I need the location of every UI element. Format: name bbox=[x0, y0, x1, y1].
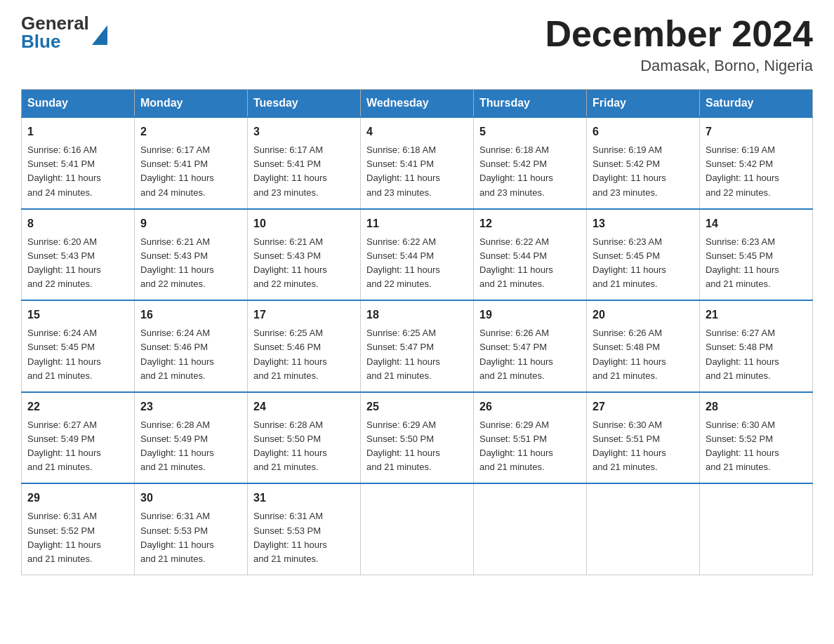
day-cell bbox=[474, 483, 587, 575]
day-number: 10 bbox=[253, 215, 355, 232]
day-cell: 15Sunrise: 6:24 AMSunset: 5:45 PMDayligh… bbox=[22, 300, 135, 392]
day-cell: 20Sunrise: 6:26 AMSunset: 5:48 PMDayligh… bbox=[587, 300, 700, 392]
day-cell: 6Sunrise: 6:19 AMSunset: 5:42 PMDaylight… bbox=[587, 117, 700, 209]
day-number: 7 bbox=[706, 123, 807, 140]
day-info: Sunrise: 6:23 AMSunset: 5:45 PMDaylight:… bbox=[593, 235, 694, 292]
day-info: Sunrise: 6:21 AMSunset: 5:43 PMDaylight:… bbox=[140, 235, 241, 292]
day-number: 25 bbox=[366, 398, 468, 415]
day-number: 4 bbox=[366, 123, 468, 140]
day-cell bbox=[361, 483, 474, 575]
day-info: Sunrise: 6:17 AMSunset: 5:41 PMDaylight:… bbox=[253, 143, 355, 200]
day-number: 8 bbox=[27, 215, 128, 232]
day-info: Sunrise: 6:22 AMSunset: 5:44 PMDaylight:… bbox=[479, 235, 581, 292]
day-number: 6 bbox=[593, 123, 694, 140]
day-cell: 14Sunrise: 6:23 AMSunset: 5:45 PMDayligh… bbox=[700, 209, 813, 301]
header-row: SundayMondayTuesdayWednesdayThursdayFrid… bbox=[22, 90, 813, 118]
title-section: December 2024 Damasak, Borno, Nigeria bbox=[545, 14, 813, 75]
header-tuesday: Tuesday bbox=[248, 90, 361, 118]
header-saturday: Saturday bbox=[700, 90, 813, 118]
day-number: 22 bbox=[27, 398, 128, 415]
day-number: 24 bbox=[253, 398, 355, 415]
svg-marker-0 bbox=[92, 25, 107, 45]
day-number: 14 bbox=[706, 215, 807, 232]
day-cell bbox=[700, 483, 813, 575]
day-number: 1 bbox=[27, 123, 128, 140]
day-info: Sunrise: 6:24 AMSunset: 5:46 PMDaylight:… bbox=[140, 326, 241, 383]
logo: General Blue bbox=[21, 14, 107, 51]
day-number: 27 bbox=[593, 398, 694, 415]
day-number: 15 bbox=[27, 307, 128, 323]
day-info: Sunrise: 6:22 AMSunset: 5:44 PMDaylight:… bbox=[366, 235, 468, 292]
week-row-5: 29Sunrise: 6:31 AMSunset: 5:52 PMDayligh… bbox=[22, 483, 813, 575]
day-number: 17 bbox=[253, 307, 355, 323]
day-cell: 1Sunrise: 6:16 AMSunset: 5:41 PMDaylight… bbox=[22, 117, 135, 209]
calendar-subtitle: Damasak, Borno, Nigeria bbox=[545, 57, 813, 75]
day-info: Sunrise: 6:31 AMSunset: 5:53 PMDaylight:… bbox=[253, 509, 355, 566]
header-thursday: Thursday bbox=[474, 90, 587, 118]
day-cell: 18Sunrise: 6:25 AMSunset: 5:47 PMDayligh… bbox=[361, 300, 474, 392]
logo-name: General Blue bbox=[21, 14, 89, 51]
day-cell: 26Sunrise: 6:29 AMSunset: 5:51 PMDayligh… bbox=[474, 392, 587, 484]
day-cell: 22Sunrise: 6:27 AMSunset: 5:49 PMDayligh… bbox=[22, 392, 135, 484]
header-wednesday: Wednesday bbox=[361, 90, 474, 118]
day-info: Sunrise: 6:28 AMSunset: 5:49 PMDaylight:… bbox=[140, 418, 241, 475]
day-cell: 7Sunrise: 6:19 AMSunset: 5:42 PMDaylight… bbox=[700, 117, 813, 209]
day-cell: 9Sunrise: 6:21 AMSunset: 5:43 PMDaylight… bbox=[135, 209, 248, 301]
week-row-4: 22Sunrise: 6:27 AMSunset: 5:49 PMDayligh… bbox=[22, 392, 813, 484]
day-info: Sunrise: 6:25 AMSunset: 5:46 PMDaylight:… bbox=[253, 326, 355, 383]
page-header: General Blue December 2024 Damasak, Born… bbox=[21, 14, 813, 75]
day-info: Sunrise: 6:23 AMSunset: 5:45 PMDaylight:… bbox=[706, 235, 807, 292]
logo-triangle-icon bbox=[92, 25, 107, 48]
logo-blue: Blue bbox=[21, 32, 89, 51]
day-info: Sunrise: 6:29 AMSunset: 5:51 PMDaylight:… bbox=[479, 418, 581, 475]
day-info: Sunrise: 6:27 AMSunset: 5:49 PMDaylight:… bbox=[27, 418, 128, 475]
day-cell: 10Sunrise: 6:21 AMSunset: 5:43 PMDayligh… bbox=[248, 209, 361, 301]
day-cell: 8Sunrise: 6:20 AMSunset: 5:43 PMDaylight… bbox=[22, 209, 135, 301]
day-number: 13 bbox=[593, 215, 694, 232]
day-info: Sunrise: 6:16 AMSunset: 5:41 PMDaylight:… bbox=[27, 143, 128, 200]
day-cell: 31Sunrise: 6:31 AMSunset: 5:53 PMDayligh… bbox=[248, 483, 361, 575]
day-cell: 21Sunrise: 6:27 AMSunset: 5:48 PMDayligh… bbox=[700, 300, 813, 392]
day-number: 29 bbox=[27, 490, 128, 507]
header-friday: Friday bbox=[587, 90, 700, 118]
day-cell: 25Sunrise: 6:29 AMSunset: 5:50 PMDayligh… bbox=[361, 392, 474, 484]
day-number: 31 bbox=[253, 490, 355, 507]
day-number: 26 bbox=[479, 398, 581, 415]
day-info: Sunrise: 6:20 AMSunset: 5:43 PMDaylight:… bbox=[27, 235, 128, 292]
logo-general: General bbox=[21, 14, 89, 32]
day-info: Sunrise: 6:31 AMSunset: 5:53 PMDaylight:… bbox=[140, 509, 241, 566]
day-cell: 11Sunrise: 6:22 AMSunset: 5:44 PMDayligh… bbox=[361, 209, 474, 301]
day-cell: 2Sunrise: 6:17 AMSunset: 5:41 PMDaylight… bbox=[135, 117, 248, 209]
day-number: 16 bbox=[140, 307, 241, 323]
day-number: 9 bbox=[140, 215, 241, 232]
day-cell: 4Sunrise: 6:18 AMSunset: 5:41 PMDaylight… bbox=[361, 117, 474, 209]
day-cell: 23Sunrise: 6:28 AMSunset: 5:49 PMDayligh… bbox=[135, 392, 248, 484]
day-cell: 19Sunrise: 6:26 AMSunset: 5:47 PMDayligh… bbox=[474, 300, 587, 392]
day-info: Sunrise: 6:21 AMSunset: 5:43 PMDaylight:… bbox=[253, 235, 355, 292]
day-info: Sunrise: 6:19 AMSunset: 5:42 PMDaylight:… bbox=[706, 143, 807, 200]
week-row-1: 1Sunrise: 6:16 AMSunset: 5:41 PMDaylight… bbox=[22, 117, 813, 209]
day-cell: 13Sunrise: 6:23 AMSunset: 5:45 PMDayligh… bbox=[587, 209, 700, 301]
day-info: Sunrise: 6:26 AMSunset: 5:48 PMDaylight:… bbox=[593, 326, 694, 383]
header-monday: Monday bbox=[135, 90, 248, 118]
day-number: 3 bbox=[253, 123, 355, 140]
day-info: Sunrise: 6:18 AMSunset: 5:42 PMDaylight:… bbox=[479, 143, 581, 200]
day-cell: 5Sunrise: 6:18 AMSunset: 5:42 PMDaylight… bbox=[474, 117, 587, 209]
day-number: 18 bbox=[366, 307, 468, 323]
day-info: Sunrise: 6:28 AMSunset: 5:50 PMDaylight:… bbox=[253, 418, 355, 475]
calendar-table: SundayMondayTuesdayWednesdayThursdayFrid… bbox=[21, 89, 813, 575]
day-info: Sunrise: 6:31 AMSunset: 5:52 PMDaylight:… bbox=[27, 509, 128, 566]
day-cell: 27Sunrise: 6:30 AMSunset: 5:51 PMDayligh… bbox=[587, 392, 700, 484]
day-number: 30 bbox=[140, 490, 241, 507]
day-cell: 28Sunrise: 6:30 AMSunset: 5:52 PMDayligh… bbox=[700, 392, 813, 484]
day-cell: 16Sunrise: 6:24 AMSunset: 5:46 PMDayligh… bbox=[135, 300, 248, 392]
day-info: Sunrise: 6:30 AMSunset: 5:52 PMDaylight:… bbox=[706, 418, 807, 475]
day-cell bbox=[587, 483, 700, 575]
day-cell: 29Sunrise: 6:31 AMSunset: 5:52 PMDayligh… bbox=[22, 483, 135, 575]
week-row-3: 15Sunrise: 6:24 AMSunset: 5:45 PMDayligh… bbox=[22, 300, 813, 392]
day-number: 12 bbox=[479, 215, 581, 232]
day-info: Sunrise: 6:18 AMSunset: 5:41 PMDaylight:… bbox=[366, 143, 468, 200]
day-number: 11 bbox=[366, 215, 468, 232]
day-info: Sunrise: 6:26 AMSunset: 5:47 PMDaylight:… bbox=[479, 326, 581, 383]
day-info: Sunrise: 6:19 AMSunset: 5:42 PMDaylight:… bbox=[593, 143, 694, 200]
